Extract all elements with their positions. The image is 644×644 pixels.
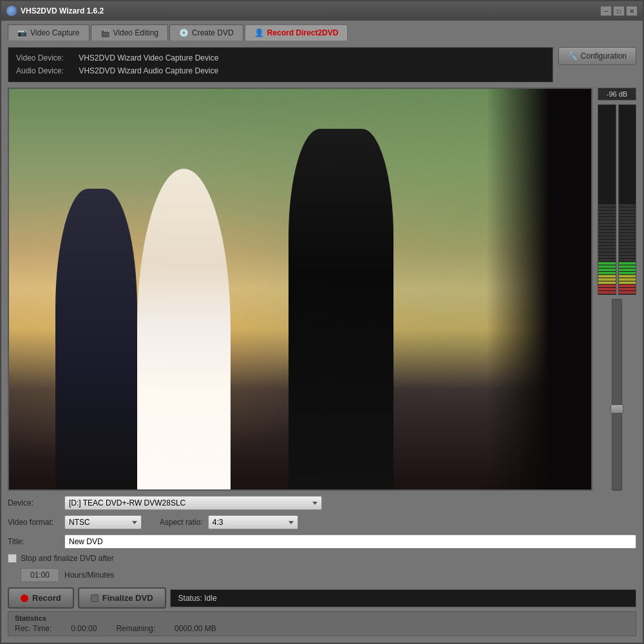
tab-record-direct2dvd-label: Record Direct2DVD (267, 28, 339, 37)
vu-seg (619, 262, 636, 265)
tab-video-capture[interactable]: 📷 Video Capture (8, 24, 90, 41)
video-format-label: Video format: (8, 518, 59, 527)
vu-seg (598, 214, 616, 216)
device-select-value: [D:] TEAC DVD+-RW DVW28SLC (69, 498, 185, 507)
rec-time-label: Rec. Time: (15, 624, 52, 633)
vu-seg (619, 243, 636, 245)
vu-seg (598, 246, 616, 249)
vu-seg (598, 223, 616, 226)
stop-finalize-checkbox[interactable] (8, 554, 17, 563)
vu-seg (619, 249, 636, 252)
record-button-label: Record (32, 593, 61, 603)
tab-create-dvd[interactable]: 💿 Create DVD (169, 24, 243, 41)
vu-seg (598, 262, 616, 265)
vu-seg (619, 211, 636, 213)
vu-seg (598, 285, 616, 287)
title-bar: VHS2DVD Wizard 1.6.2 ─ □ ✕ (1, 1, 643, 21)
vu-seg (619, 252, 636, 255)
vu-seg (619, 217, 636, 220)
finalize-icon (91, 594, 99, 602)
video-device-line: Video Device: VHS2DVD Wizard Video Captu… (16, 52, 545, 64)
vu-seg (619, 259, 636, 261)
vu-seg (598, 269, 616, 271)
device-row: Device: [D:] TEAC DVD+-RW DVW28SLC (8, 496, 636, 510)
statistics-label: Statistics (15, 614, 629, 622)
close-button[interactable]: ✕ (626, 6, 638, 16)
vu-seg (598, 204, 616, 207)
vu-seg (619, 256, 636, 258)
vu-seg (598, 252, 616, 255)
vu-seg (619, 233, 636, 236)
video-format-select[interactable]: NTSC (64, 515, 142, 529)
action-row: Record Finalize DVD Status: Idle (8, 587, 636, 609)
vu-segments-left (598, 105, 616, 294)
configuration-button[interactable]: 🔧 Configuration (558, 47, 636, 65)
statistics-section: Statistics Rec. Time: 0:00:00 Remaining:… (8, 611, 636, 636)
format-ratio-row: Video format: NTSC Aspect ratio: 4:3 (8, 515, 636, 529)
main-window: VHS2DVD Wizard 1.6.2 ─ □ ✕ 📷 Video Captu… (0, 0, 644, 644)
bottom-section: Record Finalize DVD Status: Idle Statist… (8, 587, 636, 636)
volume-slider[interactable] (612, 299, 622, 491)
vu-seg (619, 281, 636, 284)
maximize-button[interactable]: □ (613, 6, 625, 16)
vu-seg (598, 211, 616, 213)
vu-seg (598, 233, 616, 236)
remaining-label: Remaining: (116, 624, 155, 633)
vu-meter-left (598, 104, 616, 295)
figure-groom (55, 189, 137, 489)
vu-seg (619, 230, 636, 232)
vu-seg (598, 281, 616, 284)
title-bar-left: VHS2DVD Wizard 1.6.2 (6, 6, 104, 16)
camera-icon: 📷 (17, 28, 27, 37)
vu-seg (619, 236, 636, 239)
wrench-icon: 🔧 (568, 52, 578, 61)
vu-seg (598, 236, 616, 239)
stats-row: Rec. Time: 0:00:00 Remaining: 0000.00 MB (15, 624, 629, 633)
title-input[interactable] (64, 535, 636, 549)
minimize-button[interactable]: ─ (600, 6, 612, 16)
tab-bar: 📷 Video Capture 🎬 Video Editing 💿 Create… (1, 21, 643, 41)
audio-device-label: Audio Device: (16, 66, 64, 75)
vu-seg (619, 223, 636, 226)
tab-video-capture-label: Video Capture (30, 28, 80, 37)
vu-seg (619, 246, 636, 249)
vu-seg (619, 272, 636, 274)
vu-seg (619, 278, 636, 281)
time-row: 01:00 Hours/Minutes (21, 568, 636, 582)
status-label: Status: Idle (178, 594, 217, 603)
vu-seg (598, 275, 616, 278)
disc-icon: 💿 (179, 28, 189, 37)
device-info-row: Video Device: VHS2DVD Wizard Video Captu… (8, 47, 636, 82)
tab-video-editing-label: Video Editing (113, 28, 159, 37)
aspect-ratio-select[interactable]: 4:3 (208, 515, 298, 529)
film-icon: 🎬 (100, 28, 110, 37)
finalize-dvd-button[interactable]: Finalize DVD (78, 587, 166, 609)
record-button[interactable]: Record (8, 587, 74, 609)
vu-segments-right (619, 105, 636, 294)
controls-section: Device: [D:] TEAC DVD+-RW DVW28SLC Video… (8, 496, 636, 582)
vu-seg (619, 207, 636, 210)
aspect-ratio-value: 4:3 (213, 518, 223, 527)
stop-finalize-label: Stop and finalize DVD after (21, 554, 114, 563)
title-form-label: Title: (8, 537, 59, 546)
vu-seg (598, 272, 616, 274)
vu-seg (598, 256, 616, 258)
vu-seg (619, 291, 636, 294)
db-display: -96 dB (598, 88, 636, 100)
vu-seg (619, 265, 636, 268)
vu-seg (598, 230, 616, 232)
configuration-button-label: Configuration (581, 52, 627, 61)
content-area: Video Device: VHS2DVD Wizard Video Captu… (1, 41, 643, 643)
time-input[interactable]: 01:00 (21, 568, 59, 582)
device-select[interactable]: [D:] TEAC DVD+-RW DVW28SLC (64, 496, 322, 510)
tab-video-editing[interactable]: 🎬 Video Editing (91, 24, 169, 41)
vu-seg (619, 214, 636, 216)
tab-record-direct2dvd[interactable]: 👤 Record Direct2DVD (245, 24, 348, 41)
aspect-ratio-arrow-icon (289, 521, 294, 524)
video-format-value: NTSC (69, 518, 90, 527)
video-format-arrow-icon (132, 521, 137, 524)
volume-slider-thumb[interactable] (611, 404, 623, 413)
video-device-value: VHS2DVD Wizard Video Capture Device (79, 53, 218, 62)
vu-seg (619, 285, 636, 287)
vu-seg (598, 249, 616, 252)
